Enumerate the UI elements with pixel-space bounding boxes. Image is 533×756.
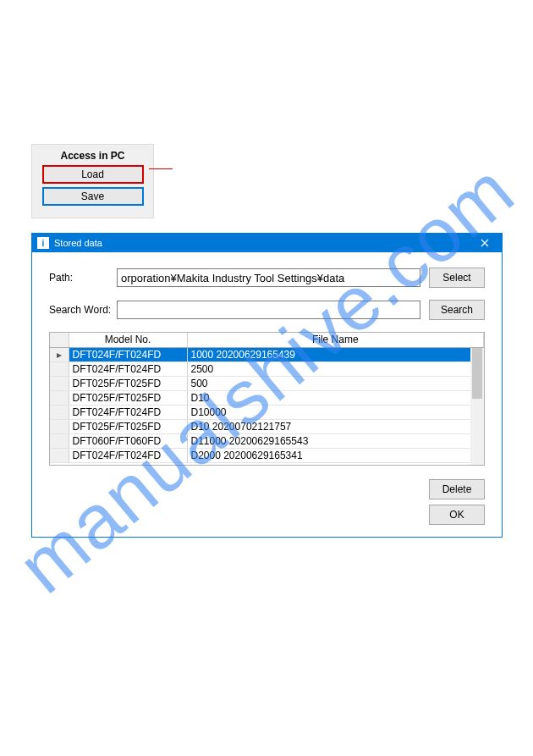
cell-model: DFT025F/FT025FD xyxy=(69,390,187,405)
dialog-title: Stored data xyxy=(54,238,470,248)
access-panel-title: Access in PC xyxy=(41,150,145,162)
data-grid: Model No. File Name ▸DFT024F/FT024FD1000… xyxy=(49,332,485,466)
cell-model: DFT025F/FT025FD xyxy=(69,419,187,433)
app-icon: i xyxy=(37,237,49,249)
titlebar: i Stored data xyxy=(32,234,502,252)
search-button[interactable]: Search xyxy=(429,300,485,320)
grid-corner xyxy=(50,333,69,347)
scrollbar[interactable] xyxy=(470,348,484,465)
search-input[interactable] xyxy=(117,301,420,319)
col-model[interactable]: Model No. xyxy=(69,333,187,347)
row-indicator xyxy=(50,361,69,376)
ok-button[interactable]: OK xyxy=(429,505,485,525)
select-button[interactable]: Select xyxy=(429,268,485,288)
row-indicator xyxy=(50,419,69,433)
cell-model: DFT024F/FT024FD xyxy=(69,448,187,462)
table-row[interactable]: DFT025F/FT025FDD10 xyxy=(50,390,484,405)
cell-model: DFT024F/FT024FD xyxy=(69,347,187,361)
table-row[interactable]: DFT060F/FT060FDD11000 20200629165543 xyxy=(50,433,484,448)
cell-file: D10000 xyxy=(187,405,484,419)
table-row[interactable]: DFT024F/FT024FDD2000 20200629165341 xyxy=(50,448,484,462)
cell-file: 500 xyxy=(187,376,484,390)
table-row[interactable]: DFT025F/FT025FD500 xyxy=(50,376,484,390)
cell-model: DFT024F/FT024FD xyxy=(69,405,187,419)
col-file[interactable]: File Name xyxy=(187,333,484,347)
load-button[interactable]: Load xyxy=(42,165,144,184)
scrollbar-thumb[interactable] xyxy=(472,348,482,399)
stored-data-dialog: i Stored data Path: Select Search Word: … xyxy=(31,233,503,538)
row-indicator xyxy=(50,390,69,405)
close-button[interactable] xyxy=(470,235,500,251)
path-input[interactable] xyxy=(117,268,420,287)
cell-model: DFT024F/FT024FD xyxy=(69,361,187,376)
cell-model: DFT025F/FT025FD xyxy=(69,376,187,390)
row-indicator xyxy=(50,405,69,419)
cell-file: 1000 20200629165439 xyxy=(187,347,484,361)
save-button[interactable]: Save xyxy=(42,187,144,206)
table-row[interactable]: ▸DFT024F/FT024FD1000 20200629165439 xyxy=(50,347,484,361)
table-row[interactable]: DFT025F/FT025FDD10 20200702121757 xyxy=(50,419,484,433)
callout-line xyxy=(149,168,173,169)
cell-file: 2500 xyxy=(187,361,484,376)
row-indicator xyxy=(50,433,69,448)
table-row[interactable]: DFT024F/FT024FD2500 xyxy=(50,361,484,376)
table-row[interactable]: DFT024F/FT024FDD10000 xyxy=(50,405,484,419)
grid-header-row: Model No. File Name xyxy=(50,333,484,347)
search-label: Search Word: xyxy=(49,304,117,316)
delete-button[interactable]: Delete xyxy=(429,479,485,499)
cell-file: D10 xyxy=(187,390,484,405)
cell-file: D11000 20200629165543 xyxy=(187,433,484,448)
cell-file: D10 20200702121757 xyxy=(187,419,484,433)
cell-file: D2000 20200629165341 xyxy=(187,448,484,462)
row-indicator: ▸ xyxy=(50,347,69,361)
cell-model: DFT060F/FT060FD xyxy=(69,433,187,448)
close-icon xyxy=(481,239,489,247)
row-indicator xyxy=(50,376,69,390)
access-panel: Access in PC Load Save xyxy=(31,144,154,218)
path-label: Path: xyxy=(49,272,117,284)
row-indicator xyxy=(50,448,69,462)
